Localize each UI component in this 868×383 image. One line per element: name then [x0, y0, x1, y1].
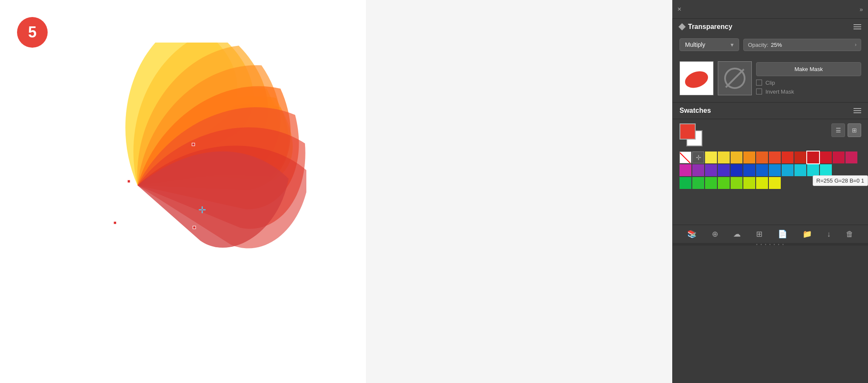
swatch-orange2[interactable]: [756, 151, 768, 163]
list-view-button[interactable]: ☰: [831, 123, 845, 137]
opacity-label: Opacity:: [748, 42, 768, 48]
no-symbol-icon: [724, 68, 745, 89]
swatch-cyan4[interactable]: [820, 164, 832, 176]
swatch-row3: R=255 G=28 B=0 1: [680, 177, 861, 189]
swatch-yellow4[interactable]: [756, 177, 768, 189]
library-icon[interactable]: 📚: [687, 229, 697, 239]
swatch-yellow1[interactable]: [705, 151, 717, 163]
swatch-row2: [680, 164, 861, 176]
blend-mode-dropdown[interactable]: Multiply ▾: [680, 38, 739, 51]
diamond-icon: [679, 23, 686, 31]
swatch-cyan1[interactable]: [782, 164, 794, 176]
fan-illustration: ✛: [43, 43, 306, 264]
swatch-red2[interactable]: [794, 151, 806, 163]
mask-checkboxes: Clip Invert Mask: [756, 80, 861, 95]
invert-mask-label: Invert Mask: [765, 89, 794, 95]
resize-dots: • • • • • • •: [756, 242, 785, 247]
svg-rect-3: [114, 221, 117, 224]
swatch-blue2[interactable]: [743, 164, 755, 176]
swatch-cyan2[interactable]: [794, 164, 806, 176]
mask-area: Make Mask Clip Invert Mask: [673, 56, 868, 103]
clip-checkbox-row[interactable]: Clip: [756, 80, 861, 86]
swatch-orange3[interactable]: [769, 151, 781, 163]
transparency-title: Transparency: [688, 23, 732, 31]
opacity-group[interactable]: Opacity: 25% ›: [743, 39, 861, 51]
swatch-blue1[interactable]: [731, 164, 742, 176]
swatch-purple1[interactable]: [692, 164, 704, 176]
folder-icon[interactable]: 📁: [802, 229, 812, 239]
swatches-title: Swatches: [680, 107, 711, 114]
swatch-grid: ✛: [673, 151, 868, 191]
make-mask-button[interactable]: Make Mask: [756, 62, 861, 76]
panel-topbar: × »: [672, 0, 868, 19]
invert-mask-checkbox-row[interactable]: Invert Mask: [756, 89, 861, 95]
swatch-red1[interactable]: [782, 151, 794, 163]
collapse-button[interactable]: »: [859, 6, 863, 13]
swatch-green4[interactable]: [718, 177, 730, 189]
add-swatch-icon[interactable]: ⊕: [712, 229, 718, 239]
swatch-red5[interactable]: [833, 151, 845, 163]
swatch-violet1[interactable]: [718, 164, 730, 176]
swatch-magenta1[interactable]: [680, 164, 691, 176]
panel: × » Transparency Multiply ▾ Opacity:: [672, 0, 868, 383]
transparency-menu-icon[interactable]: [854, 24, 861, 29]
swatches-section: Swatches ☰ ⊞: [673, 103, 868, 246]
svg-text:✛: ✛: [198, 205, 206, 215]
swatch-blue3[interactable]: [756, 164, 768, 176]
svg-point-5: [683, 69, 711, 91]
registration-swatch[interactable]: ✛: [692, 151, 704, 163]
opacity-value: 25%: [771, 42, 852, 48]
swatch-cyan3[interactable]: [807, 164, 819, 176]
swatch-blue4[interactable]: [769, 164, 781, 176]
swatch-green2[interactable]: [692, 177, 704, 189]
close-button[interactable]: ×: [677, 6, 681, 13]
swatch-view-buttons: ☰ ⊞: [831, 123, 861, 137]
clip-checkbox[interactable]: [756, 80, 762, 86]
grid-view-button[interactable]: ⊞: [848, 123, 861, 137]
blend-mode-value: Multiply: [685, 41, 705, 48]
swatches-header: Swatches: [673, 103, 868, 119]
canvas-area: 5: [0, 0, 366, 383]
swatches-menu-icon[interactable]: [854, 108, 861, 113]
swatch-red6[interactable]: [845, 151, 857, 163]
swatches-toolbar: 📚 ⊕ ☁ ⊞ 📄 📁 ↓ 🗑: [673, 225, 868, 243]
invert-mask-checkbox[interactable]: [756, 89, 762, 94]
resize-handle[interactable]: • • • • • • •: [673, 243, 868, 246]
transparency-header: Transparency: [673, 19, 868, 35]
mask-placeholder[interactable]: [718, 61, 752, 95]
opacity-arrow-icon[interactable]: ›: [855, 42, 857, 48]
swatch-purple2[interactable]: [705, 164, 717, 176]
clip-label: Clip: [765, 80, 775, 86]
trash-icon[interactable]: 🗑: [846, 230, 854, 239]
swatch-lime1[interactable]: [731, 177, 742, 189]
panel-body: Transparency Multiply ▾ Opacity: 25% ›: [673, 19, 868, 246]
cloud-icon[interactable]: ☁: [733, 229, 741, 239]
object-thumbnail[interactable]: [680, 61, 714, 95]
swatch-green1[interactable]: [680, 177, 691, 189]
grid-icon[interactable]: ⊞: [756, 229, 762, 239]
swatch-red3-selected[interactable]: [807, 151, 819, 163]
mask-controls: Make Mask Clip Invert Mask: [756, 62, 861, 95]
blend-opacity-row: Multiply ▾ Opacity: 25% ›: [673, 35, 868, 56]
step-number: 5: [28, 23, 37, 41]
swatch-yellow3[interactable]: [731, 151, 742, 163]
svg-rect-0: [192, 143, 195, 146]
color-tooltip: R=255 G=28 B=0 1: [813, 175, 868, 186]
object-thumbnail-svg: [682, 63, 711, 93]
foreground-swatch[interactable]: [680, 123, 696, 140]
foreground-background-swatches[interactable]: [680, 123, 702, 146]
swatch-yellow5[interactable]: [769, 177, 781, 189]
swatch-red4[interactable]: [820, 151, 832, 163]
import-icon[interactable]: ↓: [827, 230, 831, 239]
transparency-title-row: Transparency: [680, 23, 732, 31]
svg-rect-2: [193, 226, 196, 229]
swatch-lime2[interactable]: [743, 177, 755, 189]
svg-rect-1: [128, 180, 131, 183]
document-icon[interactable]: 📄: [778, 229, 787, 239]
none-swatch[interactable]: [680, 151, 691, 163]
swatch-orange1[interactable]: [743, 151, 755, 163]
swatch-special-row: ✛: [680, 151, 861, 163]
swatch-current-area: ☰ ⊞: [673, 119, 868, 151]
swatch-green3[interactable]: [705, 177, 717, 189]
swatch-yellow2[interactable]: [718, 151, 730, 163]
